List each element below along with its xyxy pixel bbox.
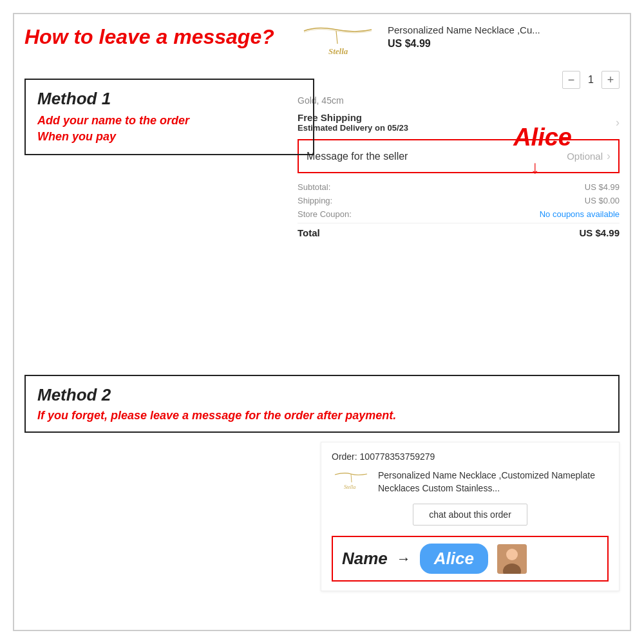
name-bubble-row: Name → Alice	[332, 536, 609, 582]
total-row: Total US $4.99	[298, 223, 620, 238]
coupon-value[interactable]: No coupons available	[540, 209, 620, 219]
shipping-cost-row: Shipping: US $0.00	[298, 196, 620, 205]
shipping-date: 05/23	[387, 123, 408, 133]
svg-text:Stella: Stella	[328, 46, 348, 56]
coupon-label: Store Coupon:	[298, 209, 352, 219]
product-price: US $4.99	[388, 38, 540, 50]
method1-box: Method 1 Add your name to the order When…	[24, 79, 314, 155]
method1-title: Method 1	[37, 89, 301, 109]
shipping-chevron-icon[interactable]: ›	[616, 116, 620, 129]
order-product-name: Personalized Name Necklace ,Customized N…	[378, 469, 609, 495]
name-label: Name	[342, 549, 388, 569]
product-row: Stella Personalized Name Necklace ,Cu...…	[298, 24, 620, 63]
method2-desc: If you forget, please leave a message fo…	[37, 409, 607, 422]
message-optional-text: Optional	[567, 151, 603, 162]
method1-desc: Add your name to the order When you pay	[37, 113, 301, 145]
product-name: Personalized Name Necklace ,Cu...	[388, 24, 540, 35]
subtotal-value: US $4.99	[585, 182, 620, 192]
svg-point-5	[506, 549, 518, 560]
chat-about-order-button[interactable]: chat about this order	[413, 504, 527, 526]
method1-desc-line2: When you pay	[37, 130, 116, 143]
method1-desc-line1: Add your name to the order	[37, 114, 189, 127]
name-bubble: Alice	[420, 544, 488, 574]
main-container: How to leave a message? Stella Personali…	[13, 13, 631, 631]
order-panel: Order: 100778353759279 Stella Personaliz…	[321, 442, 620, 591]
message-label: Message for the seller	[307, 151, 408, 162]
shipping-cost-value: US $0.00	[585, 196, 620, 205]
order-number-label: Order:	[332, 451, 357, 462]
method2-title: Method 2	[37, 385, 607, 405]
pricing-table: Subtotal: US $4.99 Shipping: US $0.00 St…	[298, 182, 620, 238]
message-chevron-icon: ›	[607, 149, 611, 163]
alice-annotation: Alice	[513, 124, 572, 151]
svg-line-0	[336, 31, 337, 44]
qty-decrease-button[interactable]: −	[562, 71, 580, 89]
qty-row: − 1 +	[298, 71, 620, 89]
necklace-svg: Stella	[298, 24, 375, 63]
product-thumbnail: Stella	[298, 24, 375, 63]
order-number: 100778353759279	[360, 451, 435, 462]
subtotal-row: Subtotal: US $4.99	[298, 182, 620, 192]
total-value: US $4.99	[579, 227, 620, 238]
alice-arrow-icon: ↓	[531, 157, 540, 178]
total-label: Total	[298, 227, 320, 238]
page-title: How to leave a message?	[24, 24, 274, 49]
avatar-thumbnail	[497, 544, 527, 574]
method2-box: Method 2 If you forget, please leave a m…	[24, 375, 620, 433]
order-necklace-svg: Stella	[332, 471, 370, 493]
message-optional-group: Optional ›	[567, 149, 611, 163]
shipping-cost-label: Shipping:	[298, 196, 332, 205]
svg-line-2	[351, 474, 352, 482]
coupon-row: Store Coupon: No coupons available	[298, 209, 620, 219]
qty-increase-button[interactable]: +	[601, 71, 620, 89]
subtotal-label: Subtotal:	[298, 182, 330, 192]
methods-left: Method 1 Add your name to the order When…	[24, 79, 314, 167]
variant-text: Gold, 45cm	[298, 95, 620, 106]
svg-text:Stella: Stella	[344, 484, 355, 490]
name-arrow-icon: →	[397, 551, 411, 567]
qty-value: 1	[588, 74, 594, 86]
order-necklace-thumbnail: Stella	[332, 471, 370, 493]
product-info: Personalized Name Necklace ,Cu... US $4.…	[388, 24, 540, 50]
order-product-row: Stella Personalized Name Necklace ,Custo…	[332, 469, 609, 495]
method2-section: Method 2 If you forget, please leave a m…	[24, 375, 620, 591]
order-number-row: Order: 100778353759279	[332, 451, 609, 462]
